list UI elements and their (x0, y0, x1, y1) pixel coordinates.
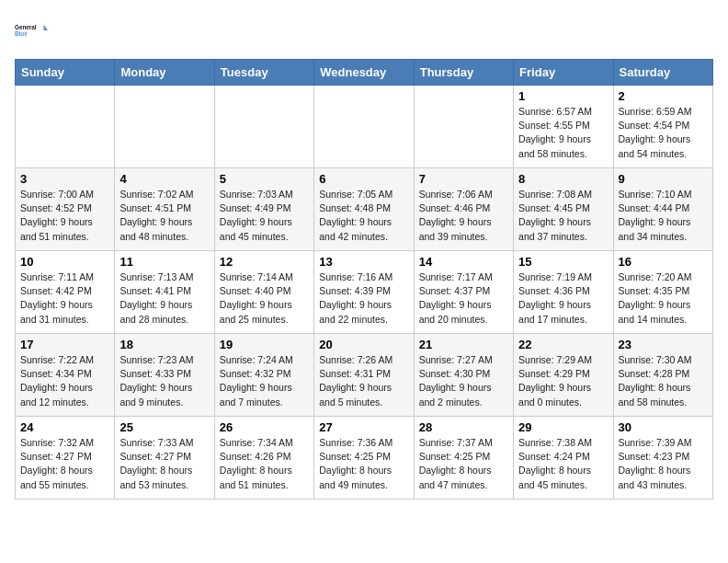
calendar-cell: 18Sunrise: 7:23 AM Sunset: 4:33 PM Dayli… (115, 334, 214, 417)
day-info: Sunrise: 7:32 AM Sunset: 4:27 PM Dayligh… (20, 436, 109, 492)
calendar-cell: 30Sunrise: 7:39 AM Sunset: 4:23 PM Dayli… (613, 417, 712, 500)
calendar-cell: 29Sunrise: 7:38 AM Sunset: 4:24 PM Dayli… (514, 417, 613, 500)
calendar-cell (214, 86, 313, 168)
day-info: Sunrise: 7:27 AM Sunset: 4:30 PM Dayligh… (419, 353, 508, 409)
day-number: 27 (319, 420, 408, 434)
svg-text:Blue: Blue (15, 30, 28, 37)
weekday-header: Wednesday (314, 60, 414, 86)
day-info: Sunrise: 7:38 AM Sunset: 4:24 PM Dayligh… (518, 436, 608, 492)
day-info: Sunrise: 7:08 AM Sunset: 4:45 PM Dayligh… (518, 188, 608, 244)
day-number: 28 (419, 420, 508, 434)
day-number: 4 (119, 172, 209, 186)
day-info: Sunrise: 7:17 AM Sunset: 4:37 PM Dayligh… (419, 270, 508, 327)
calendar-week-row: 10Sunrise: 7:11 AM Sunset: 4:42 PM Dayli… (16, 251, 713, 334)
day-info: Sunrise: 6:57 AM Sunset: 4:55 PM Dayligh… (518, 105, 608, 161)
calendar-cell (115, 86, 214, 168)
day-info: Sunrise: 7:06 AM Sunset: 4:46 PM Dayligh… (419, 188, 508, 244)
day-number: 25 (119, 420, 209, 434)
day-info: Sunrise: 7:10 AM Sunset: 4:44 PM Dayligh… (619, 188, 708, 244)
day-number: 14 (419, 255, 508, 269)
calendar-week-row: 17Sunrise: 7:22 AM Sunset: 4:34 PM Dayli… (16, 334, 713, 417)
calendar-cell: 1Sunrise: 6:57 AM Sunset: 4:55 PM Daylig… (514, 86, 613, 168)
day-number: 13 (319, 255, 408, 269)
day-info: Sunrise: 6:59 AM Sunset: 4:54 PM Dayligh… (619, 105, 708, 161)
calendar-cell: 23Sunrise: 7:30 AM Sunset: 4:28 PM Dayli… (613, 334, 712, 417)
day-info: Sunrise: 7:20 AM Sunset: 4:35 PM Dayligh… (619, 270, 708, 327)
day-number: 23 (619, 338, 708, 351)
day-number: 7 (419, 172, 508, 186)
svg-marker-2 (44, 25, 49, 30)
calendar-cell: 4Sunrise: 7:02 AM Sunset: 4:51 PM Daylig… (115, 168, 214, 251)
day-info: Sunrise: 7:14 AM Sunset: 4:40 PM Dayligh… (220, 270, 309, 327)
day-info: Sunrise: 7:30 AM Sunset: 4:28 PM Dayligh… (619, 353, 708, 409)
calendar-cell: 13Sunrise: 7:16 AM Sunset: 4:39 PM Dayli… (314, 251, 414, 334)
calendar-cell: 12Sunrise: 7:14 AM Sunset: 4:40 PM Dayli… (214, 251, 313, 334)
calendar-cell: 25Sunrise: 7:33 AM Sunset: 4:27 PM Dayli… (115, 417, 214, 500)
day-info: Sunrise: 7:26 AM Sunset: 4:31 PM Dayligh… (319, 353, 408, 409)
day-number: 20 (319, 338, 408, 351)
day-number: 19 (220, 338, 309, 351)
header-row: SundayMondayTuesdayWednesdayThursdayFrid… (16, 60, 713, 86)
weekday-header: Saturday (613, 60, 712, 86)
weekday-header: Friday (514, 60, 613, 86)
calendar-cell: 2Sunrise: 6:59 AM Sunset: 4:54 PM Daylig… (613, 86, 712, 168)
day-info: Sunrise: 7:05 AM Sunset: 4:48 PM Dayligh… (319, 188, 408, 244)
day-info: Sunrise: 7:33 AM Sunset: 4:27 PM Dayligh… (119, 436, 209, 492)
calendar-table: SundayMondayTuesdayWednesdayThursdayFrid… (15, 59, 713, 500)
weekday-header: Sunday (16, 60, 115, 86)
calendar-cell: 16Sunrise: 7:20 AM Sunset: 4:35 PM Dayli… (613, 251, 712, 334)
day-number: 5 (220, 172, 309, 186)
day-info: Sunrise: 7:11 AM Sunset: 4:42 PM Dayligh… (20, 270, 109, 327)
day-number: 26 (220, 420, 309, 434)
calendar-cell: 20Sunrise: 7:26 AM Sunset: 4:31 PM Dayli… (314, 334, 414, 417)
calendar-cell: 14Sunrise: 7:17 AM Sunset: 4:37 PM Dayli… (414, 251, 513, 334)
calendar-cell: 11Sunrise: 7:13 AM Sunset: 4:41 PM Dayli… (115, 251, 214, 334)
calendar-cell: 10Sunrise: 7:11 AM Sunset: 4:42 PM Dayli… (16, 251, 115, 334)
weekday-header: Monday (115, 60, 214, 86)
day-number: 21 (419, 338, 508, 351)
day-info: Sunrise: 7:34 AM Sunset: 4:26 PM Dayligh… (220, 436, 309, 492)
day-info: Sunrise: 7:19 AM Sunset: 4:36 PM Dayligh… (518, 270, 608, 327)
calendar-cell: 7Sunrise: 7:06 AM Sunset: 4:46 PM Daylig… (414, 168, 513, 251)
day-info: Sunrise: 7:02 AM Sunset: 4:51 PM Dayligh… (119, 188, 209, 244)
logo: General Blue (15, 15, 48, 48)
day-info: Sunrise: 7:29 AM Sunset: 4:29 PM Dayligh… (518, 353, 608, 409)
calendar-cell: 5Sunrise: 7:03 AM Sunset: 4:49 PM Daylig… (214, 168, 313, 251)
day-info: Sunrise: 7:37 AM Sunset: 4:25 PM Dayligh… (419, 436, 508, 492)
day-info: Sunrise: 7:22 AM Sunset: 4:34 PM Dayligh… (20, 353, 109, 409)
day-number: 11 (119, 255, 209, 269)
day-number: 12 (220, 255, 309, 269)
day-info: Sunrise: 7:24 AM Sunset: 4:32 PM Dayligh… (220, 353, 309, 409)
day-info: Sunrise: 7:23 AM Sunset: 4:33 PM Dayligh… (119, 353, 209, 409)
weekday-header: Tuesday (214, 60, 313, 86)
day-number: 3 (20, 172, 109, 186)
logo-icon: General Blue (15, 15, 48, 48)
svg-text:General: General (15, 24, 37, 30)
day-number: 9 (619, 172, 708, 186)
weekday-header: Thursday (414, 60, 513, 86)
calendar-cell (16, 86, 115, 168)
calendar-cell: 8Sunrise: 7:08 AM Sunset: 4:45 PM Daylig… (514, 168, 613, 251)
calendar-week-row: 3Sunrise: 7:00 AM Sunset: 4:52 PM Daylig… (16, 168, 713, 251)
day-number: 2 (619, 89, 708, 103)
calendar-cell (314, 86, 414, 168)
calendar-cell: 22Sunrise: 7:29 AM Sunset: 4:29 PM Dayli… (514, 334, 613, 417)
calendar-cell: 26Sunrise: 7:34 AM Sunset: 4:26 PM Dayli… (214, 417, 313, 500)
calendar-cell: 17Sunrise: 7:22 AM Sunset: 4:34 PM Dayli… (16, 334, 115, 417)
day-number: 30 (619, 420, 708, 434)
calendar-week-row: 1Sunrise: 6:57 AM Sunset: 4:55 PM Daylig… (16, 86, 713, 168)
day-info: Sunrise: 7:03 AM Sunset: 4:49 PM Dayligh… (220, 188, 309, 244)
calendar-cell: 28Sunrise: 7:37 AM Sunset: 4:25 PM Dayli… (414, 417, 513, 500)
calendar-cell: 6Sunrise: 7:05 AM Sunset: 4:48 PM Daylig… (314, 168, 414, 251)
calendar-cell: 24Sunrise: 7:32 AM Sunset: 4:27 PM Dayli… (16, 417, 115, 500)
calendar-cell (414, 86, 513, 168)
calendar-cell: 9Sunrise: 7:10 AM Sunset: 4:44 PM Daylig… (613, 168, 712, 251)
day-number: 15 (518, 255, 608, 269)
page-header: General Blue (15, 15, 713, 48)
day-number: 18 (119, 338, 209, 351)
day-number: 17 (20, 338, 109, 351)
calendar-week-row: 24Sunrise: 7:32 AM Sunset: 4:27 PM Dayli… (16, 417, 713, 500)
day-number: 6 (319, 172, 408, 186)
day-number: 1 (518, 89, 608, 103)
day-number: 8 (518, 172, 608, 186)
